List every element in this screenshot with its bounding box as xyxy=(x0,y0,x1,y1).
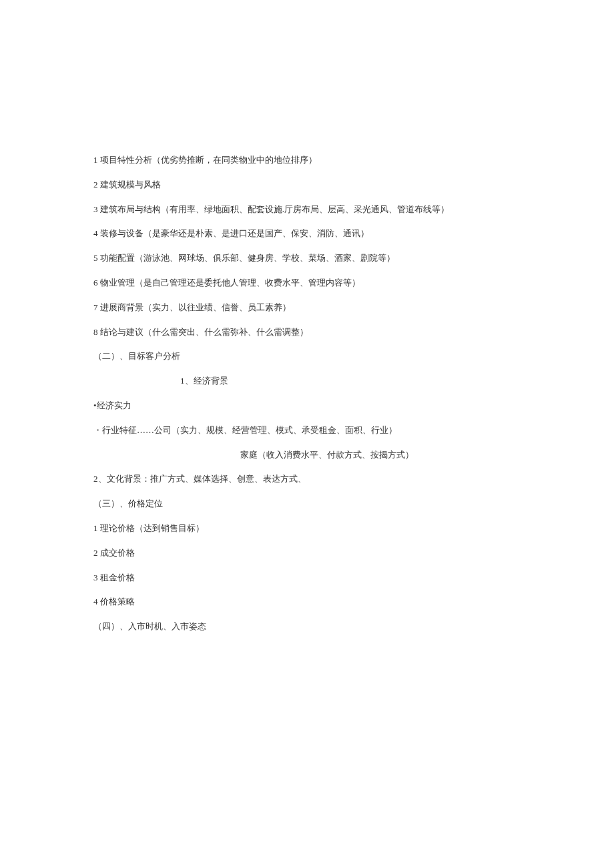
sub-1-economic-bg: 1、经济背景 xyxy=(93,374,521,388)
section-2-heading: （二）、目标客户分析 xyxy=(93,350,521,364)
price-1: 1 理论价格（达到销售目标） xyxy=(93,522,521,536)
price-2: 2 成交价格 xyxy=(93,546,521,560)
section-3-heading: （三）、价格定位 xyxy=(93,497,521,511)
family-detail: 家庭（收入消费水平、付款方式、按揭方式） xyxy=(93,448,521,462)
item-2: 2 建筑规模与风格 xyxy=(93,178,521,192)
bullet-industry-feature: ・行业特征……公司（实力、规模、经营管理、模式、承受租金、面积、行业） xyxy=(93,424,521,438)
item-7: 7 进展商背景（实力、以往业绩、信誉、员工素养） xyxy=(93,301,521,315)
item-1: 1 项目特性分析（优劣势推断，在同类物业中的地位排序） xyxy=(93,153,521,167)
item-3: 3 建筑布局与结构（有用率、绿地面积、配套设施.厅房布局、层高、采光通风、管道布… xyxy=(93,203,521,217)
item-6: 6 物业管理（是自己管理还是委托他人管理、收费水平、管理内容等） xyxy=(93,276,521,290)
item-8: 8 结论与建议（什么需突出、什么需弥补、什么需调整） xyxy=(93,326,521,340)
sub-2-culture-bg: 2、文化背景：推广方式、媒体选择、创意、表达方式、 xyxy=(93,472,521,486)
price-3: 3 租金价格 xyxy=(93,571,521,585)
bullet-economic-strength: •经济实力 xyxy=(93,399,521,413)
item-4: 4 装修与设备（是豪华还是朴素、是进口还是国产、保安、消防、通讯） xyxy=(93,227,521,241)
item-5: 5 功能配置（游泳池、网球场、俱乐部、健身房、学校、菜场、酒家、剧院等） xyxy=(93,252,521,266)
price-4: 4 价格策略 xyxy=(93,595,521,609)
section-4-heading: （四）、入市时机、入市姿态 xyxy=(93,620,521,634)
